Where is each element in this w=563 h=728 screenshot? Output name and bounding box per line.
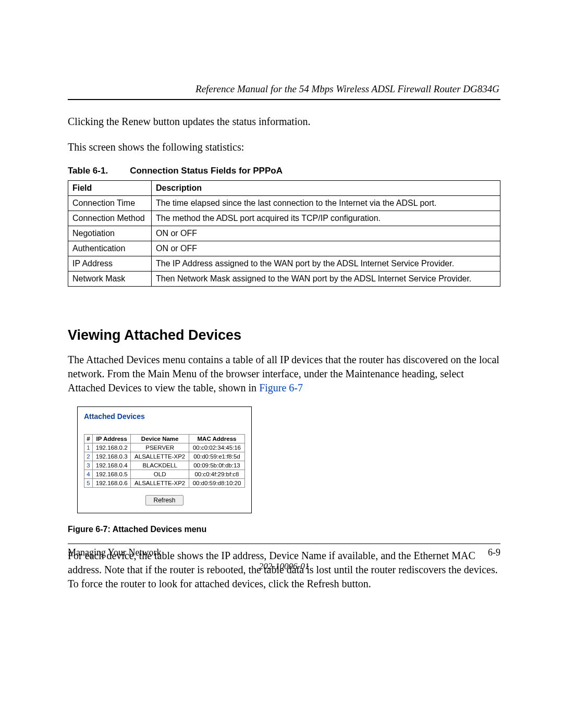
dev-mac: 00:09:5b:0f:db:13 (189, 461, 244, 470)
intro-paragraph-2: This screen shows the following statisti… (68, 140, 500, 154)
dev-name: ALSALLETTE-XP2 (131, 479, 189, 488)
status-table-caption: Table 6-1.Connection Status Fields for P… (68, 166, 500, 176)
dev-header-num: # (84, 435, 93, 443)
dev-num: 4 (84, 470, 93, 479)
figure-caption: Figure 6-7: Attached Devices menu (68, 525, 500, 534)
figure-link[interactable]: Figure 6-7 (259, 382, 303, 393)
table-row: Connection Time The time elapsed since t… (68, 196, 500, 211)
status-field: IP Address (68, 256, 152, 272)
status-field: Authentication (68, 241, 152, 256)
dev-ip: 192.168.0.2 (93, 443, 131, 452)
footer-doc-number: 202-10006-01 (68, 561, 500, 572)
dev-mac: 00:c0:02:34:45:16 (189, 443, 244, 452)
table-row: Negotiation ON or OFF (68, 226, 500, 241)
dev-name: ALSALLETTE-XP2 (131, 452, 189, 461)
footer-rule (68, 544, 500, 544)
dev-name: OLD (131, 470, 189, 479)
table-row: 4 192.168.0.5 OLD 00:c0:4f:29:bf:c8 (84, 470, 245, 479)
status-desc: The method the ADSL port acquired its TC… (152, 211, 500, 226)
status-table-header-desc: Description (152, 181, 500, 196)
dev-header-ip: IP Address (93, 435, 131, 443)
status-field: Negotiation (68, 226, 152, 241)
status-desc: The IP Address assigned to the WAN port … (152, 256, 500, 272)
table-row: Authentication ON or OFF (68, 241, 500, 256)
dev-header-name: Device Name (131, 435, 189, 443)
dev-mac: 00:d0:59:d8:10:20 (189, 479, 244, 488)
status-desc: Then Network Mask assigned to the WAN po… (152, 272, 500, 287)
status-desc: ON or OFF (152, 226, 500, 241)
status-table-caption-label: Table 6-1. (68, 166, 108, 176)
attached-devices-title: Attached Devices (84, 412, 245, 421)
dev-mac: 00:d0:59:e1:f8:5d (189, 452, 244, 461)
status-desc: ON or OFF (152, 241, 500, 256)
status-field: Connection Method (68, 211, 152, 226)
table-row: Connection Method The method the ADSL po… (68, 211, 500, 226)
page-header-title: Reference Manual for the 54 Mbps Wireles… (68, 83, 500, 95)
dev-name: BLACKDELL (131, 461, 189, 470)
dev-num: 5 (84, 479, 93, 488)
status-field: Network Mask (68, 272, 152, 287)
status-desc: The time elapsed since the last connecti… (152, 196, 500, 211)
refresh-button[interactable]: Refresh (145, 495, 183, 505)
dev-num: 1 (84, 443, 93, 452)
attached-devices-table: # IP Address Device Name MAC Address 1 1… (84, 434, 245, 488)
attached-devices-screenshot: Attached Devices # IP Address Device Nam… (77, 406, 252, 513)
dev-ip: 192.168.0.5 (93, 470, 131, 479)
status-table-caption-title: Connection Status Fields for PPPoA (130, 166, 283, 176)
status-field: Connection Time (68, 196, 152, 211)
status-table: Field Description Connection Time The ti… (68, 180, 500, 287)
header-rule (68, 99, 500, 100)
table-row: 1 192.168.0.2 PSERVER 00:c0:02:34:45:16 (84, 443, 245, 452)
footer-chapter: Managing Your Network (68, 547, 162, 558)
dev-ip: 192.168.0.3 (93, 452, 131, 461)
status-table-header-field: Field (68, 181, 152, 196)
dev-num: 3 (84, 461, 93, 470)
footer-page-number: 6-9 (488, 547, 500, 558)
dev-mac: 00:c0:4f:29:bf:c8 (189, 470, 244, 479)
dev-name: PSERVER (131, 443, 189, 452)
dev-ip: 192.168.0.4 (93, 461, 131, 470)
table-row: 2 192.168.0.3 ALSALLETTE-XP2 00:d0:59:e1… (84, 452, 245, 461)
dev-num: 2 (84, 452, 93, 461)
table-row: 3 192.168.0.4 BLACKDELL 00:09:5b:0f:db:1… (84, 461, 245, 470)
intro-paragraph-1: Clicking the Renew button updates the st… (68, 115, 500, 129)
section-paragraph-1: The Attached Devices menu contains a tab… (68, 353, 500, 395)
table-row: IP Address The IP Address assigned to th… (68, 256, 500, 272)
dev-header-mac: MAC Address (189, 435, 244, 443)
table-row: Network Mask Then Network Mask assigned … (68, 272, 500, 287)
dev-ip: 192.168.0.6 (93, 479, 131, 488)
section-heading-attached-devices: Viewing Attached Devices (68, 327, 500, 343)
table-row: 5 192.168.0.6 ALSALLETTE-XP2 00:d0:59:d8… (84, 479, 245, 488)
